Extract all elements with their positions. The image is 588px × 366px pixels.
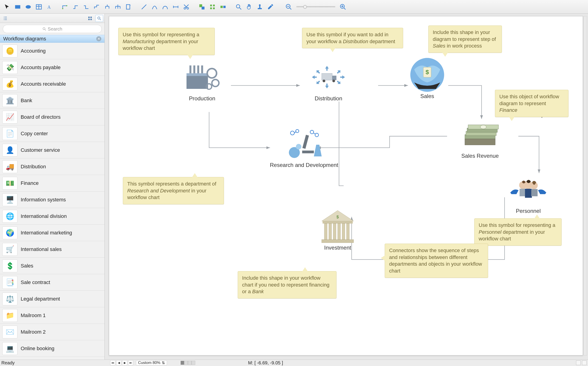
svg-line-36 [344,8,346,9]
pointer-tool[interactable] [2,2,12,12]
shape-item[interactable]: ✉️ Mailroom 2 [0,324,105,340]
line-tool[interactable] [139,2,149,12]
svg-line-9 [142,5,146,9]
stamp-tool[interactable] [254,2,265,12]
page-last-button[interactable]: ⏭ [128,360,133,365]
ellipse-tool[interactable] [23,2,34,12]
svg-rect-27 [258,8,262,9]
shape-item[interactable]: 📄 Copy center [0,125,105,142]
page-connector-tool[interactable] [123,2,134,12]
connector-step2-tool[interactable] [81,2,92,12]
shape-item[interactable]: 📁 Mailroom 1 [0,307,105,324]
node-production[interactable]: Production [183,60,222,102]
shape-item[interactable]: 🖥️ Information systems [0,191,105,208]
shape-item[interactable]: 💸 Accounts payable [0,59,105,76]
zoom-tool[interactable] [233,2,244,12]
zoom-out-button[interactable] [283,2,294,12]
group-tool[interactable] [197,2,207,12]
rectangle-tool[interactable] [12,2,23,12]
money-stack-icon [460,117,500,152]
shape-thumb-icon: 🖥️ [2,193,17,206]
canvas-area: Production [105,14,588,359]
node-label: Sales Revenue [461,153,499,159]
shape-thumb-icon: 🪙 [2,45,17,57]
bezier-tool[interactable] [160,2,170,12]
view-mode-cells[interactable] [181,361,195,365]
shape-thumb-icon: 📁 [2,309,17,322]
connector-step-tool[interactable] [70,2,81,12]
zoom-slider[interactable] [296,6,335,8]
svg-rect-93 [347,224,349,240]
shape-item[interactable]: 🏛️ Bank [0,92,105,109]
shape-item[interactable]: 🛒 International sales [0,241,105,258]
status-icon-2[interactable] [582,360,587,365]
shape-item[interactable]: 📈 Board of directors [0,109,105,125]
shape-item[interactable]: 🌐 International division [0,208,105,225]
svg-rect-89 [329,224,331,240]
svg-rect-51 [197,65,199,73]
svg-point-55 [206,84,212,89]
connector-l-tool[interactable] [60,2,70,12]
connector-tree2-tool[interactable] [113,2,123,12]
svg-rect-82 [519,189,527,196]
callout-rnd: This symbol represents a department of R… [123,177,224,204]
close-section-icon[interactable]: ✕ [96,36,101,41]
svg-rect-88 [324,224,327,240]
shape-item[interactable]: 🌍 International marketing [0,225,105,241]
section-header[interactable]: Workflow diagrams ✕ [0,35,105,43]
svg-rect-74 [466,131,496,136]
node-label: Sales [420,93,434,99]
canvas[interactable]: Production [109,16,583,355]
pan-tool[interactable] [244,2,254,12]
vertical-scrollbar[interactable] [583,16,587,355]
shape-item[interactable]: 🚚 Distribution [0,159,105,175]
page-next-button[interactable]: ▶ [122,360,127,365]
zoom-slider-thumb[interactable] [303,5,307,9]
shape-item[interactable]: 💻 Online booking [0,340,105,357]
svg-point-6 [62,8,63,9]
svg-text:A: A [47,4,51,9]
svg-point-60 [410,58,444,92]
svg-rect-21 [210,7,212,9]
table-tool[interactable] [34,2,44,12]
dimension-tool[interactable] [170,2,181,12]
svg-rect-40 [91,19,92,20]
shape-item[interactable]: ⚖️ Legal department [0,291,105,307]
node-revenue[interactable]: Sales Revenue [460,117,500,159]
shape-item[interactable]: 💲 Sales [0,258,105,274]
shape-item[interactable]: 💰 Accounts receivable [0,76,105,92]
connector-tree-tool[interactable] [102,2,113,12]
node-personnel[interactable]: Personnel [509,172,548,214]
shape-item[interactable]: 💵 Finance [0,175,105,191]
horizontal-scrollbar-row [109,355,583,359]
snip-tool[interactable] [181,2,191,12]
shape-label: Legal department [21,296,60,302]
tree-view-icon[interactable] [1,15,9,22]
svg-point-59 [332,79,335,82]
node-distribution[interactable]: Distribution [309,60,348,102]
page-prev-button[interactable]: ◀ [116,360,121,365]
search-view-icon[interactable] [95,15,103,22]
zoom-in-button[interactable] [338,2,348,12]
shape-item[interactable]: 📑 Sale contract [0,274,105,291]
grid-view-icon[interactable] [86,15,94,22]
shape-thumb-icon: 💸 [2,61,17,74]
zoom-select[interactable]: Custom 80% ⇅ [136,360,167,365]
arrange-tool[interactable] [218,2,228,12]
eyedropper-tool[interactable] [265,2,276,12]
status-icon-1[interactable] [576,360,581,365]
shape-thumb-icon: 🚚 [2,160,17,173]
shape-item[interactable]: 🪙 Accounting [0,43,105,59]
shape-item[interactable]: 👤 Customer service [0,142,105,159]
node-sales[interactable]: $ Sales [408,58,447,99]
factory-icon [183,60,222,94]
node-label: Research and Development [270,162,338,168]
search-input[interactable]: Search [3,25,102,33]
text-tool[interactable]: A [44,2,55,12]
node-investment[interactable]: $ Investment [318,209,357,251]
curve-tool[interactable] [149,2,160,12]
node-rnd[interactable]: Research and Development [270,127,338,168]
connector-step3-tool[interactable] [92,2,102,12]
align-tool[interactable] [207,2,218,12]
page-first-button[interactable]: ⏮ [110,360,115,365]
